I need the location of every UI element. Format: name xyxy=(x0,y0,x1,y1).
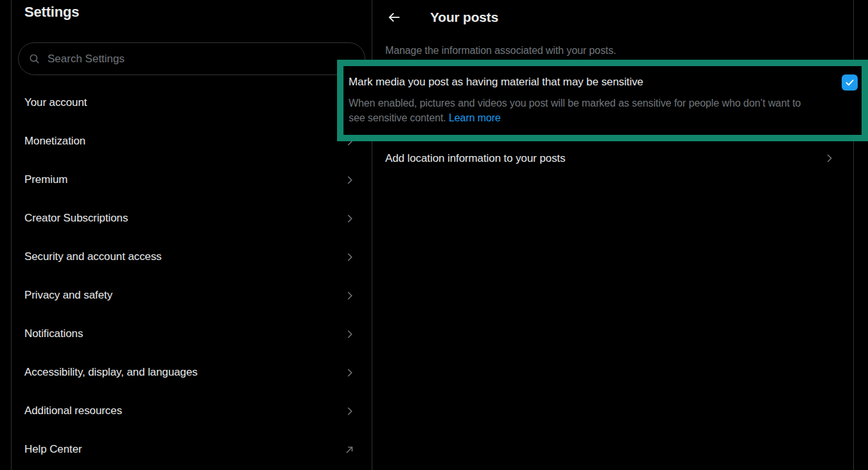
sensitive-media-title: Mark media you post as having material t… xyxy=(349,76,643,89)
sidebar-title: Settings xyxy=(24,4,79,21)
sidebar-item-security[interactable]: Security and account access xyxy=(12,238,372,276)
chevron-right-icon xyxy=(823,152,835,164)
sidebar-item-privacy[interactable]: Privacy and safety xyxy=(12,276,372,315)
sidebar-nav: Your account Monetization Premium Creato… xyxy=(12,83,372,469)
chevron-right-icon xyxy=(343,328,356,340)
sidebar-item-label: Accessibility, display, and languages xyxy=(24,366,198,379)
sidebar-item-your-account[interactable]: Your account xyxy=(12,83,372,122)
sensitive-media-checkbox[interactable] xyxy=(842,74,858,91)
sidebar-item-label: Security and account access xyxy=(24,250,162,263)
page-title: Your posts xyxy=(430,10,498,25)
sidebar-item-label: Your account xyxy=(24,96,87,109)
settings-sidebar: Settings Your account Monetization Premi… xyxy=(12,0,372,470)
checkmark-icon xyxy=(845,78,855,87)
sidebar-item-monetization[interactable]: Monetization xyxy=(12,122,372,161)
chevron-right-icon xyxy=(343,174,356,186)
page-subtitle: Manage the information associated with y… xyxy=(385,45,616,57)
sidebar-item-help-center[interactable]: Help Center xyxy=(12,430,372,469)
sidebar-item-additional-resources[interactable]: Additional resources xyxy=(12,392,372,430)
back-button[interactable] xyxy=(383,6,406,29)
arrow-up-right-icon xyxy=(343,444,356,456)
settings-page: Settings Your account Monetization Premi… xyxy=(0,0,868,470)
sidebar-item-creator-subscriptions[interactable]: Creator Subscriptions xyxy=(12,199,372,238)
arrow-left-icon xyxy=(387,10,401,24)
highlight-annotation-sensitive-media-row: Mark media you post as having material t… xyxy=(337,60,868,141)
chevron-right-icon xyxy=(343,290,356,302)
description-text: When enabled, pictures and videos you po… xyxy=(349,98,801,123)
sidebar-item-label: Premium xyxy=(24,173,67,186)
sidebar-item-premium[interactable]: Premium xyxy=(12,161,372,199)
sidebar-item-label: Monetization xyxy=(24,135,85,148)
sensitive-media-description: When enabled, pictures and videos you po… xyxy=(349,96,819,125)
chevron-right-icon xyxy=(343,213,356,225)
add-location-row[interactable]: Add location information to your posts xyxy=(372,141,853,175)
chevron-right-icon xyxy=(343,367,356,379)
chevron-right-icon xyxy=(343,405,356,417)
panel-header: Your posts xyxy=(372,0,853,34)
sidebar-item-label: Creator Subscriptions xyxy=(24,212,128,225)
search-input[interactable] xyxy=(48,53,354,65)
search-icon xyxy=(29,53,40,64)
sidebar-item-label: Notifications xyxy=(24,327,83,340)
search-box[interactable] xyxy=(18,42,365,75)
sidebar-item-label: Help Center xyxy=(24,443,82,456)
add-location-label: Add location information to your posts xyxy=(385,152,566,165)
sidebar-item-notifications[interactable]: Notifications xyxy=(12,315,372,353)
sidebar-item-accessibility[interactable]: Accessibility, display, and languages xyxy=(12,353,372,392)
learn-more-link[interactable]: Learn more xyxy=(449,112,501,123)
sidebar-item-label: Privacy and safety xyxy=(24,289,112,302)
sidebar-item-label: Additional resources xyxy=(24,405,122,417)
chevron-right-icon xyxy=(343,251,356,263)
